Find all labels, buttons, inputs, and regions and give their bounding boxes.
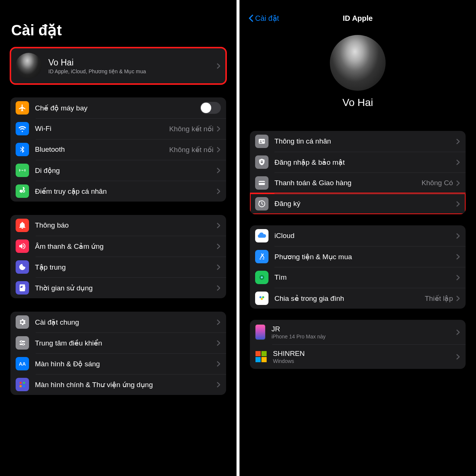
row-wifi[interactable]: Wi-Fi Không kết nối bbox=[10, 118, 226, 139]
chevron-right-icon bbox=[216, 317, 221, 327]
chevron-right-icon bbox=[216, 61, 221, 71]
back-button[interactable]: Cài đặt bbox=[248, 14, 279, 23]
svg-rect-15 bbox=[263, 141, 264, 142]
row-payment[interactable]: Thanh toán & Giao hàng Không Có bbox=[250, 173, 466, 193]
row-media[interactable]: Phương tiện & Mục mua bbox=[250, 246, 466, 267]
row-notifications[interactable]: Thông báo bbox=[10, 215, 226, 236]
row-security[interactable]: Đăng nhập & bảo mật bbox=[250, 152, 466, 173]
windows-icon bbox=[255, 351, 267, 363]
row-sound[interactable]: Âm thanh & Cảm ứng bbox=[10, 236, 226, 257]
label-icloud: iCloud bbox=[274, 232, 455, 240]
settings-screen: Cài đặt Vo Hai ID Apple, iCloud, Phương … bbox=[0, 0, 238, 476]
chevron-right-icon bbox=[455, 251, 460, 262]
svg-point-6 bbox=[22, 343, 24, 345]
screentime-icon bbox=[16, 281, 29, 295]
row-general[interactable]: Cài đặt chung bbox=[10, 312, 226, 332]
airplane-icon bbox=[16, 101, 29, 115]
account-group: Thông tin cá nhân Đăng nhập & bảo mật Th… bbox=[250, 131, 466, 214]
row-screentime[interactable]: Thời gian sử dụng bbox=[10, 277, 226, 298]
appstore-icon bbox=[255, 250, 268, 263]
row-personal-info[interactable]: Thông tin cá nhân bbox=[250, 131, 466, 152]
label-bluetooth: Bluetooth bbox=[35, 145, 169, 154]
bluetooth-icon bbox=[16, 143, 29, 156]
chevron-right-icon bbox=[216, 379, 221, 390]
chevron-right-icon bbox=[216, 262, 221, 272]
chevron-right-icon bbox=[455, 351, 460, 362]
svg-rect-8 bbox=[20, 382, 22, 384]
device-row-2[interactable]: SHINREN Windows bbox=[250, 344, 466, 369]
svg-point-22 bbox=[261, 276, 263, 279]
device-1-name: JR bbox=[271, 325, 455, 333]
back-label: Cài đặt bbox=[255, 14, 279, 23]
svg-point-23 bbox=[260, 296, 262, 299]
lock-shield-icon bbox=[255, 155, 268, 169]
label-security: Đăng nhập & bảo mật bbox=[274, 158, 455, 167]
value-family: Thiết lập bbox=[425, 294, 453, 303]
home-grid-icon bbox=[16, 378, 29, 391]
device-2-sub: Windows bbox=[273, 358, 455, 364]
chevron-right-icon bbox=[216, 220, 221, 231]
label-airplane: Chế độ máy bay bbox=[35, 104, 200, 112]
value-bluetooth: Không kết nối bbox=[169, 145, 213, 154]
row-bluetooth[interactable]: Bluetooth Không kết nối bbox=[10, 139, 226, 160]
page-title: Cài đặt bbox=[11, 22, 225, 39]
control-center-icon bbox=[16, 336, 29, 350]
alerts-group: Thông báo Âm thanh & Cảm ứng Tập trung T… bbox=[10, 215, 226, 298]
label-cellular: Di động bbox=[35, 166, 216, 175]
profile-name-large: Vo Hai bbox=[247, 97, 469, 109]
family-icon bbox=[255, 292, 268, 305]
avatar bbox=[16, 53, 42, 79]
row-hotspot[interactable]: Điểm truy cập cá nhân bbox=[10, 181, 226, 202]
label-notifications: Thông báo bbox=[35, 221, 216, 229]
row-home-screen[interactable]: Màn hình chính & Thư viện ứng dụng bbox=[10, 374, 226, 395]
chevron-right-icon bbox=[455, 157, 460, 167]
row-cellular[interactable]: Di động bbox=[10, 160, 226, 181]
hotspot-icon bbox=[16, 184, 29, 198]
svg-text:AA: AA bbox=[19, 361, 26, 367]
svg-rect-11 bbox=[23, 385, 25, 387]
gear-icon bbox=[16, 315, 29, 329]
label-wifi: Wi-Fi bbox=[35, 125, 169, 133]
chevron-right-icon bbox=[216, 165, 221, 176]
row-icloud[interactable]: iCloud bbox=[250, 225, 466, 246]
label-subscriptions: Đăng ký bbox=[274, 200, 455, 208]
label-hotspot: Điểm truy cập cá nhân bbox=[35, 187, 216, 196]
chevron-right-icon bbox=[455, 199, 460, 209]
chevron-right-icon bbox=[455, 327, 460, 337]
svg-point-25 bbox=[261, 298, 263, 300]
wifi-icon bbox=[16, 122, 29, 135]
chevron-right-icon bbox=[455, 178, 460, 188]
navbar: Cài đặt ID Apple bbox=[247, 9, 469, 28]
row-find[interactable]: Tìm bbox=[250, 267, 466, 288]
apple-id-screen: Cài đặt ID Apple Vo Hai Thông tin cá nhâ… bbox=[238, 0, 476, 476]
network-group: Chế độ máy bay Wi-Fi Không kết nối Bluet… bbox=[10, 97, 226, 202]
label-sound: Âm thanh & Cảm ứng bbox=[35, 242, 216, 251]
row-control-center[interactable]: Trung tâm điều khiển bbox=[10, 332, 226, 353]
device-1-sub: iPhone 14 Pro Max này bbox=[271, 334, 455, 340]
credit-card-icon bbox=[255, 176, 268, 190]
svg-point-1 bbox=[23, 190, 25, 192]
find-my-icon bbox=[255, 271, 268, 284]
device-row-1[interactable]: JR iPhone 14 Pro Max này bbox=[250, 320, 466, 344]
svg-point-5 bbox=[20, 341, 22, 342]
subscriptions-icon bbox=[255, 197, 268, 210]
label-family: Chia sẻ trong gia đình bbox=[274, 294, 425, 303]
airplane-toggle[interactable] bbox=[200, 102, 221, 114]
row-subscriptions[interactable]: Đăng ký bbox=[250, 193, 466, 214]
row-display[interactable]: AA Màn hình & Độ sáng bbox=[10, 353, 226, 374]
row-airplane[interactable]: Chế độ máy bay bbox=[10, 97, 226, 118]
label-focus: Tập trung bbox=[35, 263, 216, 271]
row-focus[interactable]: Tập trung bbox=[10, 257, 226, 277]
profile-sub: ID Apple, iCloud, Phương tiện & Mục mua bbox=[48, 68, 216, 74]
label-display: Màn hình & Độ sáng bbox=[35, 360, 216, 368]
profile-row[interactable]: Vo Hai ID Apple, iCloud, Phương tiện & M… bbox=[10, 48, 226, 84]
big-avatar[interactable] bbox=[330, 35, 386, 91]
devices-group: JR iPhone 14 Pro Max này SHINREN Windows bbox=[250, 320, 466, 369]
chevron-right-icon bbox=[216, 358, 221, 369]
row-family[interactable]: Chia sẻ trong gia đình Thiết lập bbox=[250, 288, 466, 309]
chevron-right-icon bbox=[455, 231, 460, 241]
person-card-icon bbox=[255, 135, 268, 148]
value-payment: Không Có bbox=[421, 179, 453, 187]
value-wifi: Không kết nối bbox=[169, 125, 213, 133]
sound-icon bbox=[16, 239, 29, 253]
